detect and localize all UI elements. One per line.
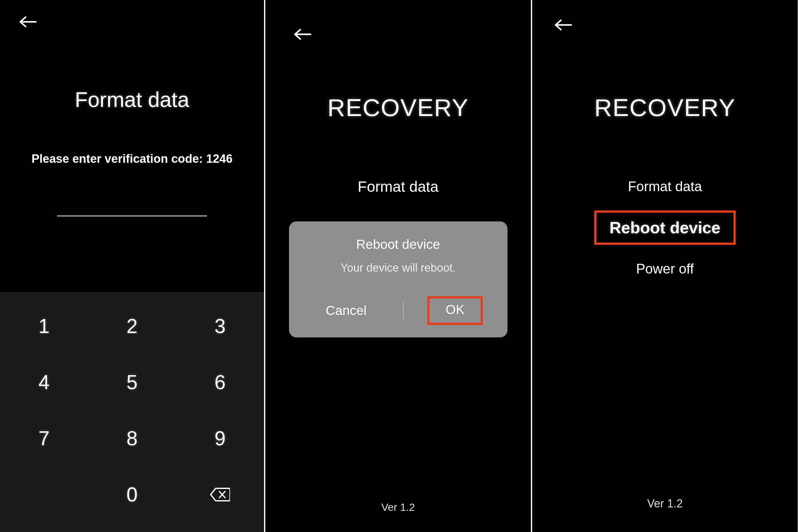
dialog-buttons: Cancel OK [302, 296, 495, 325]
recovery-title: RECOVERY [532, 94, 798, 122]
keypad-4[interactable]: 4 [0, 354, 88, 411]
verification-code-prompt: Please enter verification code: 1246 [0, 152, 264, 166]
backspace-icon[interactable] [176, 467, 264, 522]
recovery-title: RECOVERY [265, 94, 531, 122]
back-arrow-icon[interactable] [293, 28, 312, 42]
keypad-2[interactable]: 2 [88, 298, 176, 354]
keypad-5[interactable]: 5 [88, 354, 176, 411]
keypad-9[interactable]: 9 [176, 411, 264, 467]
numeric-keypad: 1 2 3 4 5 6 7 8 9 0 [0, 292, 264, 532]
version-label: Ver 1.2 [647, 497, 683, 510]
menu-power-off[interactable]: Power off [627, 257, 703, 280]
keypad-7[interactable]: 7 [0, 411, 88, 467]
keypad-0[interactable]: 0 [88, 467, 176, 522]
ok-button[interactable]: OK [427, 296, 483, 325]
dialog-divider [403, 301, 403, 320]
back-arrow-icon[interactable] [554, 19, 573, 33]
menu-reboot-device[interactable]: Reboot device [594, 210, 736, 245]
keypad-3[interactable]: 3 [176, 298, 264, 354]
keypad-8[interactable]: 8 [88, 411, 176, 467]
cancel-button[interactable]: Cancel [313, 299, 379, 322]
version-label: Ver 1.2 [381, 501, 415, 513]
menu-format-data[interactable]: Format data [619, 175, 711, 198]
keypad-6[interactable]: 6 [176, 354, 264, 411]
back-arrow-icon[interactable] [19, 16, 37, 29]
format-data-title: Format data [0, 87, 264, 112]
panel-format-data: Format data Please enter verification co… [0, 0, 265, 532]
dialog-message: Your device will reboot. [302, 261, 495, 274]
reboot-dialog: Reboot device Your device will reboot. C… [289, 222, 508, 337]
keypad-1[interactable]: 1 [0, 298, 88, 354]
menu-format-data[interactable]: Format data [265, 178, 531, 195]
panel-recovery-menu: RECOVERY Format data Reboot device Power… [532, 0, 799, 532]
code-input[interactable] [57, 215, 207, 216]
keypad-empty [0, 467, 88, 522]
panel-recovery-dialog: RECOVERY Format data Reboot device Your … [265, 0, 532, 532]
dialog-title: Reboot device [302, 237, 495, 252]
recovery-menu: Format data Reboot device Power off [532, 175, 798, 280]
